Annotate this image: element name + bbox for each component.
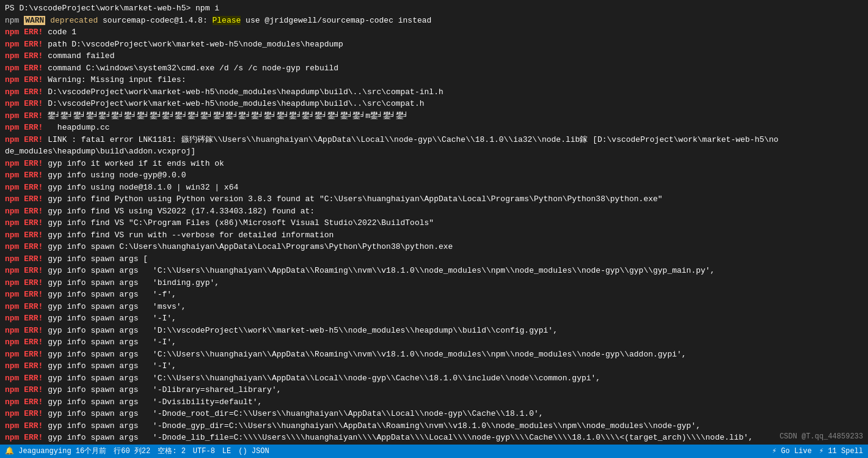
status-bar-left: 🔔 Jeaguangying 16个月前 行60 列22 空格: 2 UTF-8… <box>5 446 269 457</box>
status-encoding: UTF-8 <box>193 446 215 457</box>
terminal-line-err-32: npm ERR! gyp info spawn args '-Dnode_roo… <box>5 408 863 420</box>
status-eol: LE <box>222 446 231 457</box>
terminal-line-err-25: npm ERR! gyp info spawn args 'D:\\vscode… <box>5 325 863 337</box>
terminal-line-err-2: npm ERR! path D:\vscodeProject\work\mark… <box>5 39 863 51</box>
terminal-line-err-11: npm ERR! gyp info it worked if it ends w… <box>5 158 863 170</box>
terminal-line-err-34: npm ERR! gyp info spawn args '-Dnode_lib… <box>5 432 863 444</box>
terminal-line-err-6: npm ERR! D:\vscodeProject\work\market-we… <box>5 86 863 98</box>
terminal-line-err-28: npm ERR! gyp info spawn args '-I', <box>5 360 863 372</box>
watermark: CSDN @T.qq_44859233 <box>779 431 863 442</box>
terminal-line-err-33: npm ERR! gyp info spawn args '-Dnode_gyp… <box>5 420 863 432</box>
terminal-line-err-9: npm ERR! heapdump.cc <box>5 122 863 134</box>
terminal-line-err-19: npm ERR! gyp info spawn args [ <box>5 253 863 265</box>
terminal-line-err-12: npm ERR! gyp info using node-gyp@9.0.0 <box>5 169 863 182</box>
terminal-line-err-23: npm ERR! gyp info spawn args 'msvs', <box>5 301 863 313</box>
terminal-line-prompt: PS D:\vscodeProject\work\market-web-h5> … <box>5 2 863 15</box>
terminal-line-err-5: npm ERR! Warning: Missing input files: <box>5 74 863 86</box>
terminal-line-err-7: npm ERR! D:\vscodeProject\work\market-we… <box>5 98 863 110</box>
terminal-line-err-27: npm ERR! gyp info spawn args 'C:\\Users\… <box>5 349 863 361</box>
terminal-line-err-14: npm ERR! gyp info find Python using Pyth… <box>5 193 863 205</box>
status-go-live[interactable]: ⚡ Go Live <box>772 446 812 457</box>
terminal-line-err-8: npm ERR! 鐢╛鐢╛鐢╛鐢╛鐢╛鐢╛鐢╛鐢╛鐢╛鐢╛鐢╛鐢╛鐢╛鐢╛鐢╛鐢… <box>5 110 863 122</box>
status-lang: () JSON <box>238 446 269 457</box>
terminal-line-err-24: npm ERR! gyp info spawn args '-I', <box>5 312 863 325</box>
status-author: 🔔 Jeaguangying 16个月前 <box>5 446 106 457</box>
status-cursor: 行60 列22 <box>114 446 150 457</box>
status-spaces: 空格: 2 <box>158 446 186 457</box>
terminal-line-err-22: npm ERR! gyp info spawn args '-f', <box>5 289 863 301</box>
terminal-line-err-17: npm ERR! gyp info find VS run with --ver… <box>5 229 863 242</box>
terminal-line-err-31: npm ERR! gyp info spawn args '-Dvisibili… <box>5 396 863 408</box>
status-bar: 🔔 Jeaguangying 16个月前 行60 列22 空格: 2 UTF-8… <box>0 445 868 458</box>
terminal-line-err-10: npm ERR! LINK : fatal error LNK1181: 鏃犳硶… <box>5 134 863 146</box>
terminal-line-err-30: npm ERR! gyp info spawn args '-Dlibrary=… <box>5 384 863 396</box>
terminal-line-err-3: npm ERR! command failed <box>5 50 863 62</box>
terminal-line-err-18: npm ERR! gyp info spawn C:\Users\huangha… <box>5 241 863 253</box>
terminal-line-err-13: npm ERR! gyp info using node@18.1.0 | wi… <box>5 182 863 194</box>
terminal-line-err-16: npm ERR! gyp info find VS "C:\Program Fi… <box>5 217 863 229</box>
terminal-line-err-15: npm ERR! gyp info find VS using VS2022 (… <box>5 205 863 218</box>
terminal-line-err-26: npm ERR! gyp info spawn args '-I', <box>5 336 863 349</box>
terminal-line-err-29: npm ERR! gyp info spawn args 'C:\\Users\… <box>5 372 863 385</box>
terminal-line-err-10b: de_modules\heapdump\build\addon.vcxproj] <box>5 146 863 158</box>
status-bar-right: ⚡ Go Live ⚡ 11 Spell <box>772 446 863 457</box>
status-spell: ⚡ 11 Spell <box>819 446 863 457</box>
terminal-line-err-21: npm ERR! gyp info spawn args 'binding.gy… <box>5 277 863 289</box>
terminal-line-warn: npm WARN deprecated sourcemap-codec@1.4.… <box>5 15 863 27</box>
terminal-line-err-20: npm ERR! gyp info spawn args 'C:\\Users\… <box>5 265 863 277</box>
terminal-line-err-4: npm ERR! command C:\windows\system32\cmd… <box>5 62 863 75</box>
terminal: PS D:\vscodeProject\work\market-web-h5> … <box>0 0 868 445</box>
terminal-line-err-1: npm ERR! code 1 <box>5 26 863 39</box>
